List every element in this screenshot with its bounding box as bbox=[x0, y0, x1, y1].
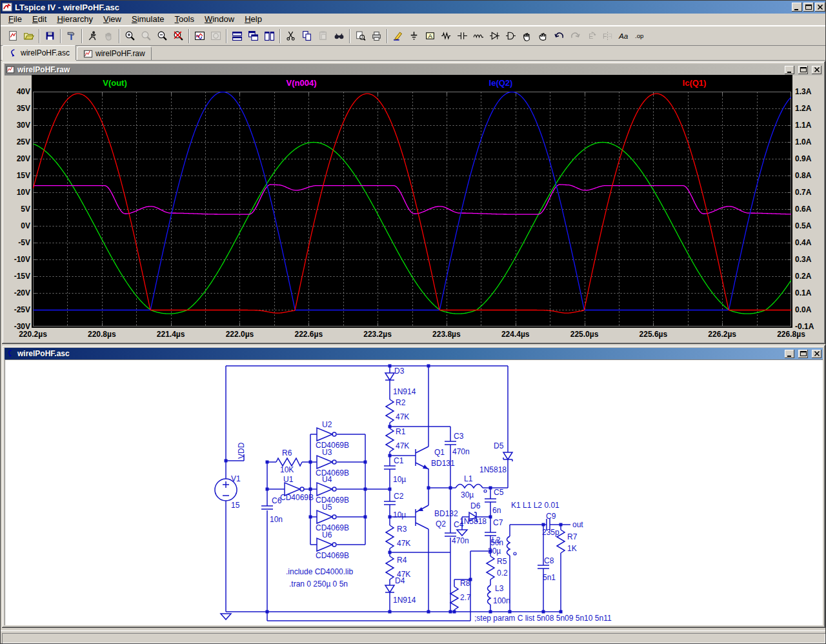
value-D3[interactable]: 1N914 bbox=[393, 387, 416, 396]
minimize-button[interactable] bbox=[792, 3, 802, 12]
ref-L2[interactable]: L2 bbox=[492, 536, 501, 545]
diode-D4[interactable] bbox=[385, 585, 394, 592]
ref-R1[interactable]: R1 bbox=[396, 427, 406, 436]
value-C9[interactable]: 235p bbox=[542, 528, 559, 537]
wire-button[interactable] bbox=[390, 28, 406, 44]
inverter-U4[interactable] bbox=[317, 483, 332, 496]
ref-D6[interactable]: D6 bbox=[470, 501, 481, 510]
inverter-U5[interactable] bbox=[317, 510, 332, 523]
tile-vertical-button[interactable] bbox=[261, 28, 277, 44]
schematic-window-titlebar[interactable]: wirelPoHF.asc bbox=[5, 348, 823, 359]
inductor-L3[interactable] bbox=[488, 585, 491, 605]
ref-C7[interactable]: C7 bbox=[493, 518, 503, 527]
menu-edit[interactable]: Edit bbox=[27, 14, 52, 25]
junction[interactable] bbox=[309, 516, 312, 519]
zoom-out-button[interactable] bbox=[154, 28, 170, 44]
capacitor-C2[interactable] bbox=[384, 501, 396, 505]
tab-wirelPoHF.raw[interactable]: wirelPoHF.raw bbox=[77, 46, 152, 60]
ref-U5[interactable]: U5 bbox=[322, 503, 332, 512]
value-R6[interactable]: 10K bbox=[280, 465, 294, 474]
schematic-minimize-button[interactable] bbox=[785, 350, 794, 358]
ref-U4[interactable]: U4 bbox=[322, 475, 332, 484]
junction[interactable] bbox=[388, 551, 392, 554]
value-D5[interactable]: 1N5818 bbox=[479, 465, 507, 474]
ref-U6[interactable]: U6 bbox=[322, 530, 332, 539]
ref-R3[interactable]: R3 bbox=[397, 525, 407, 534]
waveform-close-button[interactable] bbox=[812, 66, 821, 74]
value-U2[interactable]: CD4069B bbox=[316, 441, 349, 450]
schematic-close-button[interactable] bbox=[812, 350, 821, 358]
value-D6[interactable]: 1N5818 bbox=[459, 517, 487, 526]
ref-R2[interactable]: R2 bbox=[396, 398, 406, 407]
junction[interactable] bbox=[388, 488, 392, 491]
menu-file[interactable]: File bbox=[3, 14, 27, 25]
ref-R7[interactable]: R7 bbox=[567, 532, 578, 541]
autorange-button[interactable] bbox=[192, 28, 208, 44]
schematic-drawing[interactable]: V115R610KC610nU1CD4069BU2CD4069BU3CD4069… bbox=[5, 359, 823, 625]
junction[interactable] bbox=[489, 610, 492, 614]
inverter-U2[interactable] bbox=[317, 428, 332, 441]
value-C6[interactable]: 10n bbox=[270, 515, 283, 524]
resistor-R3[interactable] bbox=[386, 525, 394, 548]
junction[interactable] bbox=[388, 425, 392, 428]
junction[interactable] bbox=[449, 610, 452, 614]
close-button[interactable] bbox=[815, 3, 825, 12]
menu-hierarchy[interactable]: Hierarchy bbox=[52, 14, 98, 25]
ref-U3[interactable]: U3 bbox=[322, 448, 332, 457]
junction[interactable] bbox=[559, 523, 563, 527]
cascade-windows-button[interactable] bbox=[245, 28, 261, 44]
junction[interactable] bbox=[509, 610, 512, 614]
resistor-R2[interactable] bbox=[386, 399, 394, 423]
value-R2[interactable]: 47K bbox=[396, 412, 409, 421]
menu-tools[interactable]: Tools bbox=[170, 14, 199, 25]
value-R3[interactable]: 47K bbox=[397, 539, 410, 548]
junction[interactable] bbox=[542, 610, 545, 614]
trace-label-Ie(Q2)[interactable]: Ie(Q2) bbox=[462, 78, 539, 88]
value-R5[interactable]: 0.2 bbox=[497, 569, 508, 578]
junction[interactable] bbox=[266, 488, 269, 491]
value-L3[interactable]: 100n bbox=[493, 596, 510, 605]
value-U6[interactable]: CD4069B bbox=[316, 551, 349, 560]
ref-V1[interactable]: V1 bbox=[231, 474, 241, 483]
capacitor-C3[interactable] bbox=[445, 441, 456, 445]
save-button[interactable] bbox=[42, 28, 58, 44]
inductor-L1[interactable] bbox=[456, 485, 483, 488]
value-C1[interactable]: 10µ bbox=[393, 475, 406, 484]
ref-U2[interactable]: U2 bbox=[322, 420, 332, 429]
capacitor-C8[interactable] bbox=[538, 565, 549, 569]
print-preview-button[interactable] bbox=[352, 28, 368, 44]
transistor-Q1[interactable] bbox=[416, 447, 428, 469]
transistor-Q1-arrow[interactable] bbox=[423, 465, 428, 469]
value-C4[interactable]: 470n bbox=[452, 536, 469, 545]
junction[interactable] bbox=[266, 461, 269, 464]
ref-D3[interactable]: D3 bbox=[394, 367, 405, 376]
value-R7[interactable]: 1K bbox=[567, 544, 577, 553]
diode-button[interactable] bbox=[487, 28, 503, 44]
junction[interactable] bbox=[388, 365, 392, 368]
undo-button[interactable] bbox=[551, 28, 567, 44]
value-U5[interactable]: CD4069B bbox=[316, 523, 349, 532]
junction[interactable] bbox=[489, 487, 492, 490]
menu-simulate[interactable]: Simulate bbox=[126, 14, 170, 25]
value-C8[interactable]: 5n1 bbox=[543, 573, 556, 582]
diode-D3[interactable] bbox=[385, 373, 394, 380]
ref-C8[interactable]: C8 bbox=[544, 556, 554, 565]
capacitor-button[interactable] bbox=[454, 28, 470, 44]
ref-R8[interactable]: R8 bbox=[460, 579, 470, 588]
resistor-R4[interactable] bbox=[386, 556, 394, 579]
junction[interactable] bbox=[449, 487, 452, 490]
drag-button[interactable] bbox=[535, 28, 551, 44]
new-schematic-button[interactable] bbox=[5, 28, 21, 44]
net-label-vdd[interactable]: VDD bbox=[237, 442, 246, 459]
ref-C9[interactable]: C9 bbox=[546, 512, 556, 521]
trace-label-V(n004)[interactable]: V(n004) bbox=[263, 78, 340, 88]
tile-horizontal-button[interactable] bbox=[229, 28, 245, 44]
resistor-R8[interactable] bbox=[450, 587, 458, 610]
zoom-in-button[interactable] bbox=[122, 28, 138, 44]
ref-U1[interactable]: U1 bbox=[283, 475, 294, 484]
voltage-source-symbol[interactable] bbox=[223, 481, 229, 496]
ref-L1[interactable]: L1 bbox=[464, 474, 473, 483]
menu-window[interactable]: Window bbox=[199, 14, 239, 25]
waveform-window-titlebar[interactable]: wirelPoHF.raw bbox=[5, 64, 823, 75]
value-U4[interactable]: CD4069B bbox=[316, 496, 349, 505]
